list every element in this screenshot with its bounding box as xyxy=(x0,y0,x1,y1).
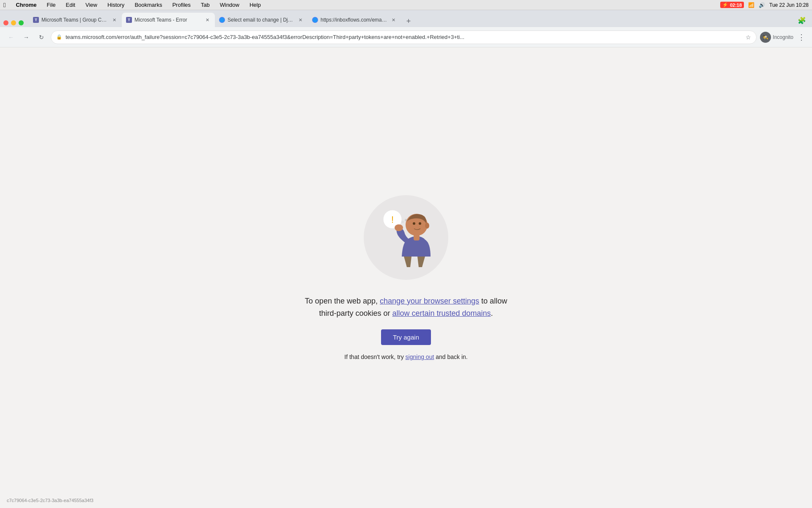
tab-3-favicon: 🌐 xyxy=(219,17,225,23)
sub-message: If that doesn't work, try signing out an… xyxy=(344,353,467,360)
tab-1[interactable]: T Microsoft Teams | Group Chat... ✕ xyxy=(29,13,122,27)
tab-3[interactable]: 🌐 Select email to change | Djang... ✕ xyxy=(215,13,308,27)
back-button[interactable]: ← xyxy=(5,31,17,43)
svg-point-2 xyxy=(401,221,404,223)
clock: Tue 22 Jun 10:28 xyxy=(769,2,809,8)
try-again-button[interactable]: Try again xyxy=(381,329,431,345)
sound-icon: 🔊 xyxy=(759,2,765,8)
close-window-button[interactable] xyxy=(3,20,8,25)
minimize-window-button[interactable] xyxy=(11,20,16,25)
tab-1-favicon: T xyxy=(33,17,39,23)
battery-indicator: ⚡ 02:18 xyxy=(720,2,744,8)
tab-2-favicon: T xyxy=(126,17,132,23)
incognito-avatar: 🕵 xyxy=(760,32,771,43)
chrome-window: T Microsoft Teams | Group Chat... ✕ T Mi… xyxy=(0,10,812,508)
url-text: teams.microsoft.com/error/auth_failure?s… xyxy=(66,34,742,40)
apple-logo-icon[interactable]:  xyxy=(3,1,5,8)
svg-rect-7 xyxy=(414,235,420,240)
svg-point-6 xyxy=(395,224,403,231)
menu-dots-icon: ⋮ xyxy=(798,33,805,42)
maximize-window-button[interactable] xyxy=(19,20,24,25)
forward-button[interactable]: → xyxy=(20,31,32,43)
battery-icon: ⚡ xyxy=(722,2,728,8)
menu-chrome[interactable]: Chrome xyxy=(14,1,38,9)
error-text-end: . xyxy=(491,309,493,318)
sub-message-prefix: If that doesn't work, try xyxy=(344,353,405,360)
navigation-toolbar: ← → ↻ 🔒 teams.microsoft.com/error/auth_f… xyxy=(0,27,812,47)
reload-button[interactable]: ↻ xyxy=(36,31,47,43)
menu-bookmarks[interactable]: Bookmarks xyxy=(133,1,164,9)
allow-trusted-domains-link[interactable]: allow certain trusted domains xyxy=(392,309,491,318)
error-text-middle1: to allow xyxy=(479,297,507,305)
menu-profiles[interactable]: Profiles xyxy=(170,1,192,9)
menu-history[interactable]: History xyxy=(106,1,126,9)
more-options-button[interactable]: ⋮ xyxy=(795,31,807,43)
wifi-icon: 📶 xyxy=(748,2,754,8)
page-content: ! xyxy=(0,47,812,508)
svg-point-8 xyxy=(425,223,429,229)
menu-tab[interactable]: Tab xyxy=(199,1,211,9)
menu-edit[interactable]: Edit xyxy=(64,1,77,9)
sub-message-suffix: and back in. xyxy=(434,353,467,360)
address-bar[interactable]: 🔒 teams.microsoft.com/error/auth_failure… xyxy=(51,30,757,44)
tab-2[interactable]: T Microsoft Teams - Error ✕ xyxy=(122,13,215,27)
error-illustration: ! xyxy=(364,195,448,280)
tab-3-close-button[interactable]: ✕ xyxy=(297,17,304,23)
extensions-icon[interactable]: 🧩 xyxy=(797,15,807,25)
error-message: To open the web app, change your browser… xyxy=(305,295,507,320)
tab-bar: T Microsoft Teams | Group Chat... ✕ T Mi… xyxy=(0,10,812,27)
signing-out-link[interactable]: signing out xyxy=(406,353,434,360)
tab-2-close-button[interactable]: ✕ xyxy=(204,17,211,23)
tab-extensions: 🧩 xyxy=(797,15,809,27)
menu-help[interactable]: Help xyxy=(248,1,263,9)
tab-1-title: Microsoft Teams | Group Chat... xyxy=(41,17,108,23)
menu-bar-right: ⚡ 02:18 📶 🔊 Tue 22 Jun 10:28 xyxy=(720,2,809,8)
battery-time: 02:18 xyxy=(730,3,742,8)
error-text-prefix: To open the web app, xyxy=(305,297,380,305)
tab-4[interactable]: 🌐 https://inboxflows.com/emails/... ✕ xyxy=(308,13,401,27)
incognito-label: Incognito xyxy=(773,34,793,40)
toolbar-right: 🕵 Incognito ⋮ xyxy=(760,31,807,43)
change-browser-settings-link[interactable]: change your browser settings xyxy=(380,297,479,305)
menu-view[interactable]: View xyxy=(84,1,99,9)
macos-menu-bar:  Chrome File Edit View History Bookmark… xyxy=(0,0,812,10)
session-id: c7c79064-c3e5-2c73-3a3b-ea74555a34f3 xyxy=(7,498,93,503)
svg-point-10 xyxy=(419,222,421,225)
svg-text:!: ! xyxy=(391,214,394,225)
lock-icon: 🔒 xyxy=(56,34,62,40)
new-tab-button[interactable]: + xyxy=(403,15,414,27)
menu-bar-left:  Chrome File Edit View History Bookmark… xyxy=(3,1,263,9)
tab-4-title: https://inboxflows.com/emails/... xyxy=(321,17,387,23)
tab-4-close-button[interactable]: ✕ xyxy=(390,17,397,23)
tab-2-title: Microsoft Teams - Error xyxy=(134,17,201,23)
menu-window[interactable]: Window xyxy=(218,1,241,9)
person-illustration: ! xyxy=(372,202,440,273)
tab-4-favicon: 🌐 xyxy=(312,17,318,23)
menu-file[interactable]: File xyxy=(45,1,58,9)
bookmark-star-icon[interactable]: ☆ xyxy=(746,34,751,41)
tab-3-title: Select email to change | Djang... xyxy=(228,17,294,23)
tab-1-close-button[interactable]: ✕ xyxy=(111,17,118,23)
error-text-middle2: third-party cookies or xyxy=(319,309,392,318)
svg-point-9 xyxy=(413,222,415,225)
